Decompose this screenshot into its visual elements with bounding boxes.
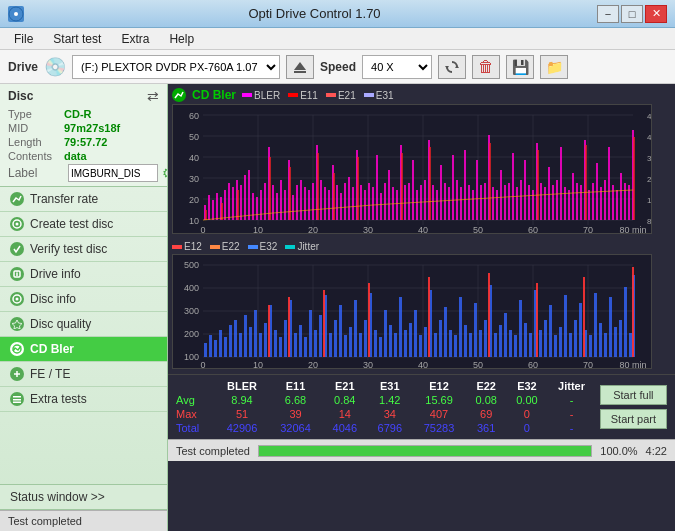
- svg-rect-240: [394, 333, 397, 357]
- disc-length-label: Length: [8, 136, 64, 148]
- close-button[interactable]: ✕: [645, 5, 667, 23]
- svg-rect-256: [474, 303, 477, 357]
- svg-rect-287: [629, 333, 632, 357]
- nav-item-verify-test-disc[interactable]: Verify test disc: [0, 237, 167, 262]
- svg-text:10: 10: [253, 225, 263, 234]
- svg-text:16 X: 16 X: [647, 196, 652, 205]
- stats-avg-jitter: -: [547, 393, 595, 407]
- menu-start-test[interactable]: Start test: [43, 30, 111, 48]
- minimize-button[interactable]: −: [597, 5, 619, 23]
- status-window-button[interactable]: Status window >>: [0, 484, 167, 510]
- svg-rect-292: [368, 283, 370, 357]
- svg-rect-293: [428, 277, 430, 357]
- svg-rect-73: [304, 187, 306, 220]
- nav-item-extra-tests[interactable]: Extra tests: [0, 387, 167, 412]
- maximize-button[interactable]: □: [621, 5, 643, 23]
- eject-button[interactable]: [286, 55, 314, 79]
- svg-rect-248: [434, 333, 437, 357]
- stats-area: BLER E11 E21 E31 E12 E22 E32 Jitter Avg: [168, 374, 675, 439]
- svg-text:20: 20: [308, 360, 318, 369]
- svg-rect-145: [592, 183, 594, 220]
- nav-item-disc-quality[interactable]: Disc quality: [0, 312, 167, 337]
- svg-rect-92: [380, 193, 382, 220]
- svg-rect-129: [528, 185, 530, 220]
- chart2-container: 500 400 300 200 100 0 10 20 30 40 50 60 …: [172, 254, 671, 372]
- svg-rect-107: [440, 165, 442, 220]
- status-window-label: Status window >>: [10, 490, 105, 504]
- svg-rect-87: [360, 185, 362, 220]
- svg-rect-156: [205, 210, 207, 220]
- svg-rect-108: [444, 183, 446, 220]
- stats-header-e11: E11: [269, 379, 322, 393]
- legend-e12: E12: [172, 241, 202, 252]
- disc-label-input[interactable]: [68, 164, 158, 182]
- save-button[interactable]: 📁: [540, 55, 568, 79]
- menu-file[interactable]: File: [4, 30, 43, 48]
- nav-item-fe-te[interactable]: FE / TE: [0, 362, 167, 387]
- svg-text:48 X: 48 X: [647, 112, 652, 121]
- start-full-button[interactable]: Start full: [600, 385, 667, 405]
- drive-select[interactable]: (F:) PLEXTOR DVDR PX-760A 1.07: [72, 55, 280, 79]
- svg-rect-90: [372, 187, 374, 220]
- svg-text:400: 400: [184, 283, 199, 293]
- erase-button[interactable]: 🗑: [472, 55, 500, 79]
- svg-rect-210: [244, 315, 247, 357]
- progress-label: Test completed: [176, 445, 250, 457]
- legend-e12-color: [172, 245, 182, 249]
- nav-label-verify-test-disc: Verify test disc: [30, 242, 107, 256]
- action-buttons: Start full Start part: [596, 379, 671, 435]
- svg-rect-139: [568, 190, 570, 220]
- svg-rect-79: [328, 190, 330, 220]
- svg-rect-289: [268, 305, 270, 357]
- svg-rect-50: [212, 200, 214, 220]
- svg-text:10: 10: [189, 216, 199, 226]
- svg-rect-216: [274, 330, 277, 357]
- svg-rect-98: [404, 185, 406, 220]
- nav-item-create-test-disc[interactable]: Create test disc: [0, 212, 167, 237]
- svg-rect-74: [308, 190, 310, 220]
- svg-text:20: 20: [189, 195, 199, 205]
- speed-select[interactable]: 40 X: [362, 55, 432, 79]
- svg-rect-237: [379, 337, 382, 357]
- write-button[interactable]: 💾: [506, 55, 534, 79]
- svg-rect-241: [399, 297, 402, 357]
- svg-rect-75: [312, 183, 314, 220]
- svg-rect-162: [333, 173, 335, 220]
- svg-rect-250: [444, 307, 447, 357]
- svg-rect-279: [589, 335, 592, 357]
- svg-rect-273: [559, 327, 562, 357]
- svg-rect-209: [239, 333, 242, 357]
- nav-item-cd-bler[interactable]: CD Bler: [0, 337, 167, 362]
- disc-section-title: Disc: [8, 89, 33, 103]
- disc-toggle-button[interactable]: ⇄: [147, 88, 159, 104]
- nav-item-transfer-rate[interactable]: Transfer rate: [0, 187, 167, 212]
- nav-item-disc-info[interactable]: Disc info: [0, 287, 167, 312]
- disc-type-value: CD-R: [64, 108, 92, 120]
- drive-info-icon: [10, 267, 24, 281]
- nav-item-drive-info[interactable]: Drive info: [0, 262, 167, 287]
- svg-text:10: 10: [253, 360, 263, 369]
- sidebar-bottom: Test completed: [0, 510, 167, 531]
- legend-jitter: Jitter: [285, 241, 319, 252]
- nav-label-fe-te: FE / TE: [30, 367, 70, 381]
- stats-table: BLER E11 E21 E31 E12 E22 E32 Jitter Avg: [172, 379, 596, 435]
- svg-rect-274: [564, 295, 567, 357]
- svg-rect-204: [214, 340, 217, 357]
- progress-percent: 100.0%: [600, 445, 637, 457]
- svg-text:50: 50: [189, 132, 199, 142]
- svg-rect-93: [384, 183, 386, 220]
- svg-rect-138: [564, 187, 566, 220]
- start-part-button[interactable]: Start part: [600, 409, 667, 429]
- svg-rect-258: [484, 320, 487, 357]
- svg-rect-296: [583, 277, 585, 357]
- menu-help[interactable]: Help: [159, 30, 204, 48]
- svg-rect-272: [554, 335, 557, 357]
- svg-rect-127: [520, 180, 522, 220]
- svg-point-1: [14, 12, 18, 16]
- legend-e32: E32: [248, 241, 278, 252]
- menu-extra[interactable]: Extra: [111, 30, 159, 48]
- stats-header-e31: E31: [367, 379, 412, 393]
- disc-type-row: Type CD-R: [8, 108, 159, 120]
- svg-rect-114: [468, 185, 470, 220]
- refresh-button[interactable]: [438, 55, 466, 79]
